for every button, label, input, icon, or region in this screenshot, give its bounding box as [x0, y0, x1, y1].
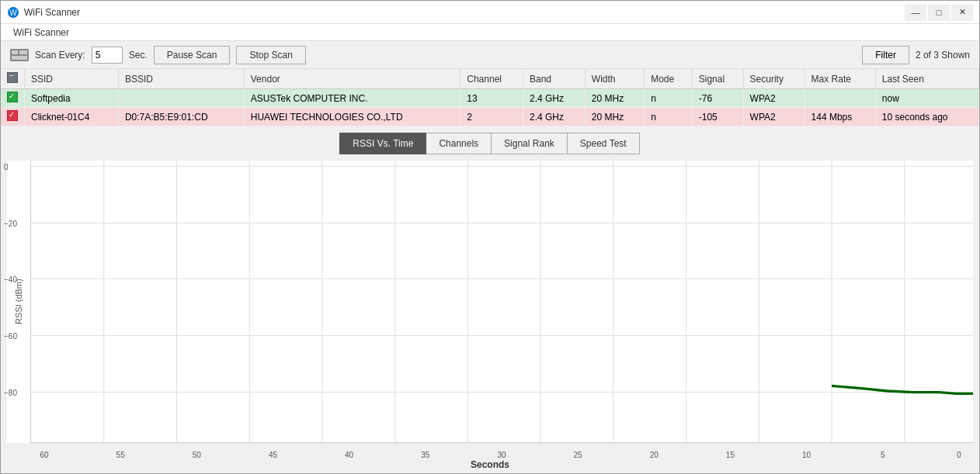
- row1-ssid: Softpedia: [25, 89, 119, 108]
- sec-label: Sec.: [129, 50, 148, 61]
- col-bssid: BSSID: [118, 69, 244, 89]
- col-band: Band: [523, 69, 586, 89]
- x-tick-10: 10: [799, 451, 815, 459]
- chart-section: RSSI Vs. Time Channels Signal Rank Speed…: [1, 126, 979, 473]
- menu-bar: WiFi Scanner: [1, 24, 979, 41]
- row1-checkbox[interactable]: [7, 92, 18, 102]
- x-axis-title: Seconds: [1, 459, 979, 473]
- row2-vendor: HUAWEI TECHNOLOGIES CO.,LTD: [244, 108, 460, 126]
- toolbar: Scan Every: Sec. Pause Scan Stop Scan Fi…: [1, 41, 979, 69]
- y-axis-label: RSSI (dBm): [7, 161, 30, 443]
- row1-signal: -76: [692, 89, 743, 108]
- pause-scan-button[interactable]: Pause Scan: [154, 46, 231, 64]
- row2-width: 20 MHz: [585, 108, 644, 126]
- x-tick-60: 60: [36, 451, 52, 459]
- table-row[interactable]: Clicknet-01C4 D0:7A:B5:E9:01:CD HUAWEI T…: [1, 108, 979, 126]
- svg-rect-3: [12, 50, 18, 54]
- shown-count: 2 of 3 Shown: [916, 50, 970, 61]
- scan-icon: [10, 49, 29, 61]
- maximize-button[interactable]: □: [928, 4, 950, 21]
- minimize-button[interactable]: —: [905, 4, 926, 21]
- row2-mode: n: [645, 108, 693, 126]
- x-tick-0: 0: [951, 451, 967, 459]
- x-tick-45: 45: [265, 451, 280, 459]
- row1-width: 20 MHz: [585, 89, 644, 108]
- col-signal: Signal: [692, 69, 743, 89]
- x-tick-15: 15: [722, 451, 738, 459]
- row1-bssid: [118, 89, 244, 108]
- row2-signal: -105: [692, 108, 743, 126]
- svg-text:W: W: [9, 9, 17, 17]
- x-tick-30: 30: [494, 451, 509, 459]
- app-menu-label: WiFi Scanner: [7, 26, 75, 40]
- col-width: Width: [585, 69, 644, 89]
- row2-band: 2.4 GHz: [523, 108, 586, 126]
- col-mode: Mode: [645, 69, 693, 89]
- tab-rssi-vs-time[interactable]: RSSI Vs. Time: [339, 133, 426, 154]
- svg-rect-5: [12, 56, 27, 60]
- col-ssid: SSID: [25, 69, 119, 89]
- filter-button[interactable]: Filter: [862, 46, 909, 64]
- scan-every-label: Scan Every:: [35, 50, 85, 61]
- x-tick-50: 50: [189, 451, 204, 459]
- title-bar: W WiFi Scanner — □ ✕: [1, 1, 979, 24]
- tab-signal-rank[interactable]: Signal Rank: [491, 133, 568, 154]
- table-header-row: SSID BSSID Vendor Channel Band Width Mod…: [1, 69, 979, 89]
- x-tick-20: 20: [646, 451, 662, 459]
- row2-channel: 2: [460, 108, 523, 126]
- row2-lastseen: 10 seconds ago: [875, 108, 978, 126]
- col-channel: Channel: [460, 69, 523, 89]
- row1-channel: 13: [460, 89, 523, 108]
- col-checkbox: [1, 69, 25, 89]
- chart-plot-area: 0 −20 −40 −60 −80: [30, 161, 973, 443]
- chart-svg: [31, 161, 973, 442]
- x-tick-25: 25: [570, 451, 586, 459]
- app-icon: W: [7, 6, 19, 19]
- row1-vendor: ASUSTek COMPUTER INC.: [244, 89, 460, 108]
- row1-maxrate: [805, 89, 875, 108]
- row2-maxrate: 144 Mbps: [805, 108, 875, 126]
- svg-rect-4: [19, 50, 27, 54]
- row1-mode: n: [645, 89, 693, 108]
- window-title: WiFi Scanner: [24, 7, 80, 18]
- row2-security: WPA2: [743, 108, 805, 126]
- row2-checkbox-cell: [1, 108, 25, 126]
- row2-bssid: D0:7A:B5:E9:01:CD: [118, 108, 244, 126]
- x-axis: 60 55 50 45 40 35 30 25 20 15 10 5 0: [7, 449, 973, 459]
- row2-checkbox[interactable]: [7, 110, 18, 121]
- row2-ssid: Clicknet-01C4: [25, 108, 119, 126]
- network-table-container: SSID BSSID Vendor Channel Band Width Mod…: [1, 69, 979, 126]
- window-controls: — □ ✕: [905, 4, 973, 21]
- tab-channels[interactable]: Channels: [426, 133, 492, 154]
- x-tick-40: 40: [342, 451, 357, 459]
- x-tick-35: 35: [418, 451, 433, 459]
- stop-scan-button[interactable]: Stop Scan: [236, 46, 305, 64]
- col-vendor: Vendor: [244, 69, 460, 89]
- row1-security: WPA2: [743, 89, 805, 108]
- col-lastseen: Last Seen: [875, 69, 978, 89]
- main-window: W WiFi Scanner — □ ✕ WiFi Scanner Scan E…: [0, 0, 980, 474]
- rssi-chart: RSSI (dBm) 0 −20 −40 −60 −80: [7, 161, 973, 443]
- x-tick-5: 5: [875, 451, 891, 459]
- x-tick-55: 55: [113, 451, 128, 459]
- chart-tabs: RSSI Vs. Time Channels Signal Rank Speed…: [1, 133, 979, 154]
- header-checkbox[interactable]: [7, 72, 18, 83]
- title-bar-left: W WiFi Scanner: [7, 6, 80, 19]
- col-maxrate: Max Rate: [805, 69, 875, 89]
- row1-band: 2.4 GHz: [523, 89, 586, 108]
- table-row[interactable]: Softpedia ASUSTek COMPUTER INC. 13 2.4 G…: [1, 89, 979, 108]
- scan-interval-input[interactable]: [92, 47, 123, 64]
- network-table: SSID BSSID Vendor Channel Band Width Mod…: [1, 69, 979, 126]
- close-button[interactable]: ✕: [951, 4, 973, 21]
- tab-speed-test[interactable]: Speed Test: [567, 133, 640, 154]
- row1-checkbox-cell: [1, 89, 25, 108]
- row1-lastseen: now: [875, 89, 978, 108]
- col-security: Security: [743, 69, 805, 89]
